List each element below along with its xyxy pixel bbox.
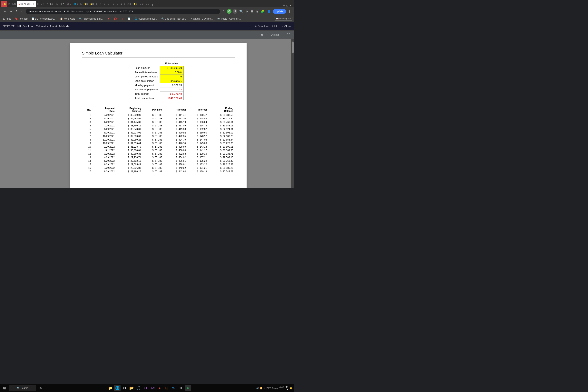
menu-icon[interactable]: ⋮ bbox=[287, 9, 292, 14]
row-prin: $ 428.69 bbox=[164, 145, 188, 148]
tab-es[interactable]: E S bbox=[49, 1, 54, 7]
tab-en1[interactable]: E N bbox=[11, 1, 17, 7]
bookmark-bs[interactable]: 📄 BS Aeronautics: C... bbox=[30, 17, 58, 20]
tab-b[interactable]: b bbox=[123, 1, 126, 7]
update-button[interactable]: Update bbox=[273, 9, 286, 14]
scrollbar-thumb[interactable] bbox=[292, 42, 294, 53]
tab-en2[interactable]: E N bbox=[40, 1, 46, 7]
tab-g4[interactable]: G bbox=[116, 1, 119, 7]
tab-g5[interactable]: g bbox=[119, 1, 123, 7]
tab-active[interactable]: 📊 STAT_211... ✕ bbox=[17, 1, 36, 7]
tab-et[interactable]: E T bbox=[106, 1, 112, 7]
forward-button[interactable]: → bbox=[8, 9, 13, 14]
account-icon[interactable]: 👤 bbox=[266, 9, 272, 14]
row-date: 5/29/2021 bbox=[92, 117, 116, 120]
tab-sqe[interactable]: □E bbox=[54, 1, 60, 7]
tab-s[interactable]: S bbox=[95, 1, 99, 7]
tab-gm[interactable]: G M bbox=[138, 1, 145, 7]
row-pay: $ 571.83 bbox=[142, 166, 164, 170]
tab-g1[interactable]: 🌐 G bbox=[72, 1, 79, 7]
minimize-btn[interactable]: ─ bbox=[284, 4, 286, 7]
tab-in[interactable]: in B bbox=[126, 1, 132, 7]
tabs-bar: Ir 🔔 M E N 📊 STAT_211... ✕ H E N P E S □… bbox=[0, 0, 294, 7]
close-file-icon: ✕ bbox=[282, 25, 284, 28]
bookmark-doc[interactable]: 📄 bbox=[126, 17, 132, 20]
tab-g3[interactable]: G bbox=[112, 1, 116, 7]
bookmark-drive[interactable]: 🔺 bbox=[106, 17, 112, 20]
page-title: Simple Loan Calculator bbox=[82, 51, 235, 58]
row-pay: $ 571.83 bbox=[142, 152, 164, 156]
bookmarks-more[interactable]: › bbox=[244, 18, 244, 20]
tab-star2[interactable]: ⭐ S bbox=[132, 1, 138, 7]
row-int: $ 160.42 bbox=[188, 113, 208, 117]
tab-g2[interactable]: G bbox=[102, 1, 106, 7]
bookmarks-bar: ⊞ Apps 🔖 New Tab 📄 BS Aeronautics: C... … bbox=[0, 16, 294, 22]
table-row: 3 6/29/2021 $ 34,175.30 $ 571.83 $ 415.1… bbox=[82, 120, 235, 124]
address-input[interactable] bbox=[26, 9, 220, 14]
restore-btn[interactable]: □ bbox=[286, 4, 288, 7]
photo-icon: 📷 bbox=[217, 18, 220, 20]
row-end: $ 28,626.88 bbox=[208, 163, 235, 166]
bookmark-daily[interactable]: 🌐 mydailytips.net/d... bbox=[133, 17, 159, 20]
info-button[interactable]: ℹ Info bbox=[272, 25, 278, 28]
reading-list-button[interactable]: 📖 Reading list bbox=[274, 17, 292, 20]
row-int: $ 158.53 bbox=[188, 117, 208, 120]
bookmark-newtab[interactable]: 🔖 New Tab bbox=[13, 17, 29, 20]
apps2-icon[interactable]: ⊞ bbox=[250, 9, 254, 14]
row-int: $ 148.97 bbox=[188, 134, 208, 138]
monthly-payment-value: $ 571.83 bbox=[160, 83, 184, 88]
home-button[interactable]: ⌂ bbox=[20, 9, 24, 14]
g-icon[interactable]: G bbox=[227, 9, 232, 14]
tab-isa[interactable]: IS A bbox=[60, 1, 65, 7]
tab-cs[interactable]: C S bbox=[145, 1, 150, 7]
row-date: 8/29/2021 bbox=[92, 128, 116, 131]
row-beg: $ 34,175.30 bbox=[116, 120, 142, 124]
vertical-scrollbar[interactable] bbox=[291, 39, 294, 188]
s-icon[interactable]: S bbox=[233, 9, 237, 14]
row-end: $ 31,228.70 bbox=[208, 142, 235, 145]
bookmark-wk3[interactable]: 📋 Wk 3: Quiz bbox=[58, 17, 77, 20]
p-icon[interactable]: P bbox=[245, 9, 248, 14]
refresh-pdf-button[interactable]: ↻ bbox=[260, 32, 264, 38]
tab-star-h[interactable]: ⭐H bbox=[89, 1, 95, 7]
close-file-button[interactable]: ✕ Close bbox=[282, 25, 291, 28]
row-int: $ 129.19 bbox=[188, 170, 208, 173]
row-prin: $ 411.41 bbox=[164, 113, 188, 117]
tab-p[interactable]: P bbox=[45, 1, 49, 7]
bookmark-circle[interactable]: ⭕ bbox=[112, 17, 118, 20]
row-pay: $ 571.83 bbox=[142, 124, 164, 128]
tab-h[interactable]: H bbox=[36, 1, 40, 7]
table-row: 6 9/29/2021 $ 32,924.01 $ 571.83 $ 420.9… bbox=[82, 131, 235, 134]
zoom-out-button[interactable]: − bbox=[266, 32, 270, 38]
pdf-viewer[interactable]: Simple Loan Calculator Enter values Loan… bbox=[26, 39, 291, 188]
tab-isle[interactable]: ISL E bbox=[65, 1, 72, 7]
close-btn-browser[interactable]: ✕ bbox=[289, 4, 292, 7]
tab-n[interactable]: N bbox=[98, 1, 102, 7]
bookmark-flash[interactable]: 🔍 Use or fix Flash au... bbox=[160, 17, 188, 20]
tab-star-s[interactable]: ⭐S bbox=[83, 1, 89, 7]
bookmark-photo[interactable]: 📷 Photo - Google P... bbox=[216, 17, 242, 20]
tab-ir[interactable]: Ir 🔔 bbox=[1, 1, 7, 7]
puzzle-icon[interactable]: 🧩 bbox=[260, 9, 265, 14]
tab-e[interactable]: E bbox=[79, 1, 83, 7]
row-no: 2 bbox=[82, 117, 92, 120]
tab-m[interactable]: M bbox=[7, 1, 11, 7]
fullscreen-button[interactable]: ⛶ bbox=[286, 32, 291, 38]
browser-frame: Ir 🔔 M E N 📊 STAT_211... ✕ H E N P E S □… bbox=[0, 0, 294, 188]
search2-icon[interactable]: 🔍 bbox=[238, 9, 244, 14]
reload-button[interactable]: ↻ bbox=[15, 9, 19, 14]
new-tab-button[interactable]: + bbox=[150, 3, 155, 7]
zoom-in-button[interactable]: + bbox=[280, 32, 284, 38]
row-pay: $ 571.83 bbox=[142, 142, 164, 145]
bookmark-apps[interactable]: ⊞ Apps bbox=[2, 17, 12, 20]
row-pay: $ 571.83 bbox=[142, 120, 164, 124]
bookmark-personal[interactable]: 🔍 Personal info & pr... bbox=[78, 17, 105, 20]
r-icon[interactable]: R bbox=[255, 9, 259, 14]
table-row: 17 8/29/2022 $ 28,186.26 $ 571.83 $ 442.… bbox=[82, 170, 235, 173]
row-int: $ 139.19 bbox=[188, 152, 208, 156]
bookmark-tri2[interactable]: 🔺 bbox=[119, 17, 125, 20]
download-button[interactable]: ⬇ Download bbox=[255, 25, 269, 28]
back-button[interactable]: ← bbox=[2, 9, 7, 14]
star-icon[interactable]: ☆ bbox=[222, 9, 226, 14]
bookmark-tv[interactable]: ✕ Watch TV Online,... bbox=[189, 17, 215, 21]
